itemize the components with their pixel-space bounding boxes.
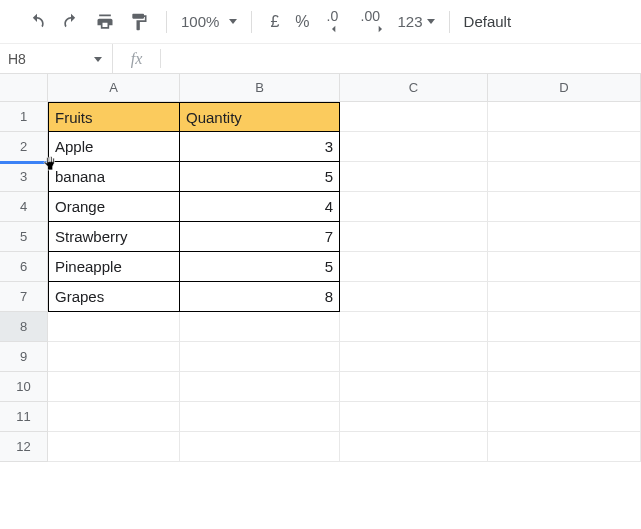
row-header-10[interactable]: 10	[0, 372, 48, 402]
percent-button[interactable]: %	[287, 8, 317, 36]
cell-reference: H8	[8, 51, 26, 67]
table-row: FruitsQuantity	[48, 102, 641, 132]
redo-button[interactable]	[57, 8, 85, 36]
currency-button[interactable]: £	[262, 8, 287, 36]
cell-D3[interactable]	[488, 162, 641, 192]
cell-C2[interactable]	[340, 132, 488, 162]
cell-C10[interactable]	[340, 372, 488, 402]
row-header-12[interactable]: 12	[0, 432, 48, 462]
cell-B4[interactable]: 4	[180, 192, 340, 222]
print-button[interactable]	[91, 8, 119, 36]
row-header-8[interactable]: 8	[0, 312, 48, 342]
table-row	[48, 402, 641, 432]
cell-D1[interactable]	[488, 102, 641, 132]
row-header-4[interactable]: 4	[0, 192, 48, 222]
column-header-B[interactable]: B	[180, 74, 340, 102]
undo-button[interactable]	[23, 8, 51, 36]
cell-D10[interactable]	[488, 372, 641, 402]
cell-A2[interactable]: Apple	[48, 132, 180, 162]
chevron-down-icon	[229, 19, 237, 24]
cell-A12[interactable]	[48, 432, 180, 462]
table-row: Apple3	[48, 132, 641, 162]
cell-C12[interactable]	[340, 432, 488, 462]
row-header-5[interactable]: 5	[0, 222, 48, 252]
cell-B6[interactable]: 5	[180, 252, 340, 282]
cell-A4[interactable]: Orange	[48, 192, 180, 222]
cell-D5[interactable]	[488, 222, 641, 252]
cell-D4[interactable]	[488, 192, 641, 222]
table-row: Grapes8	[48, 282, 641, 312]
cell-A1[interactable]: Fruits	[48, 102, 180, 132]
font-dropdown[interactable]: Default	[464, 13, 512, 30]
cell-A6[interactable]: Pineapple	[48, 252, 180, 282]
cell-B10[interactable]	[180, 372, 340, 402]
cell-C5[interactable]	[340, 222, 488, 252]
cell-A11[interactable]	[48, 402, 180, 432]
table-row	[48, 312, 641, 342]
cell-C7[interactable]	[340, 282, 488, 312]
cell-D2[interactable]	[488, 132, 641, 162]
chevron-down-icon	[94, 57, 102, 62]
separator	[449, 11, 450, 33]
cell-C1[interactable]	[340, 102, 488, 132]
row-header-3[interactable]: 3	[0, 162, 48, 192]
cell-C4[interactable]	[340, 192, 488, 222]
table-row: Strawberry7	[48, 222, 641, 252]
column-headers: ABCD	[48, 74, 641, 102]
cell-B1[interactable]: Quantity	[180, 102, 340, 132]
cell-B9[interactable]	[180, 342, 340, 372]
cell-C11[interactable]	[340, 402, 488, 432]
cell-C8[interactable]	[340, 312, 488, 342]
cell-D9[interactable]	[488, 342, 641, 372]
cell-D11[interactable]	[488, 402, 641, 432]
cell-A3[interactable]: banana	[48, 162, 180, 192]
toolbar: 100% £ % .0 .00 123 Default	[0, 0, 641, 44]
column-header-C[interactable]: C	[340, 74, 488, 102]
cells-area[interactable]: FruitsQuantityApple3banana5Orange4Strawb…	[48, 102, 641, 462]
number-format-dropdown[interactable]: 123	[394, 8, 439, 36]
cell-B8[interactable]	[180, 312, 340, 342]
cell-C6[interactable]	[340, 252, 488, 282]
cell-A9[interactable]	[48, 342, 180, 372]
table-row: Orange4	[48, 192, 641, 222]
decrease-decimal-button[interactable]: .0	[321, 8, 351, 36]
cell-B7[interactable]: 8	[180, 282, 340, 312]
paint-format-button[interactable]	[125, 8, 153, 36]
column-header-A[interactable]: A	[48, 74, 180, 102]
cell-D6[interactable]	[488, 252, 641, 282]
cell-B12[interactable]	[180, 432, 340, 462]
cell-B3[interactable]: 5	[180, 162, 340, 192]
row-header-1[interactable]: 1	[0, 102, 48, 132]
cell-A5[interactable]: Strawberry	[48, 222, 180, 252]
cell-A7[interactable]: Grapes	[48, 282, 180, 312]
cell-B5[interactable]: 7	[180, 222, 340, 252]
table-row	[48, 372, 641, 402]
row-header-2[interactable]: 2	[0, 132, 48, 162]
cell-C3[interactable]	[340, 162, 488, 192]
cell-D7[interactable]	[488, 282, 641, 312]
chevron-down-icon	[427, 19, 435, 24]
table-row: Pineapple5	[48, 252, 641, 282]
zoom-label: 100%	[181, 13, 219, 30]
cell-B11[interactable]	[180, 402, 340, 432]
cell-A8[interactable]	[48, 312, 180, 342]
cell-C9[interactable]	[340, 342, 488, 372]
formula-bar: H8 fx	[0, 44, 641, 74]
separator	[166, 11, 167, 33]
formula-input[interactable]	[161, 44, 641, 73]
row-headers: 123456789101112	[0, 102, 48, 462]
cell-A10[interactable]	[48, 372, 180, 402]
increase-decimal-button[interactable]: .00	[357, 8, 391, 36]
cell-D8[interactable]	[488, 312, 641, 342]
row-header-6[interactable]: 6	[0, 252, 48, 282]
row-header-7[interactable]: 7	[0, 282, 48, 312]
separator	[251, 11, 252, 33]
cell-B2[interactable]: 3	[180, 132, 340, 162]
select-all-corner[interactable]	[0, 74, 48, 102]
zoom-dropdown[interactable]: 100%	[177, 8, 241, 36]
name-box[interactable]: H8	[0, 44, 112, 73]
cell-D12[interactable]	[488, 432, 641, 462]
row-header-11[interactable]: 11	[0, 402, 48, 432]
row-header-9[interactable]: 9	[0, 342, 48, 372]
column-header-D[interactable]: D	[488, 74, 641, 102]
